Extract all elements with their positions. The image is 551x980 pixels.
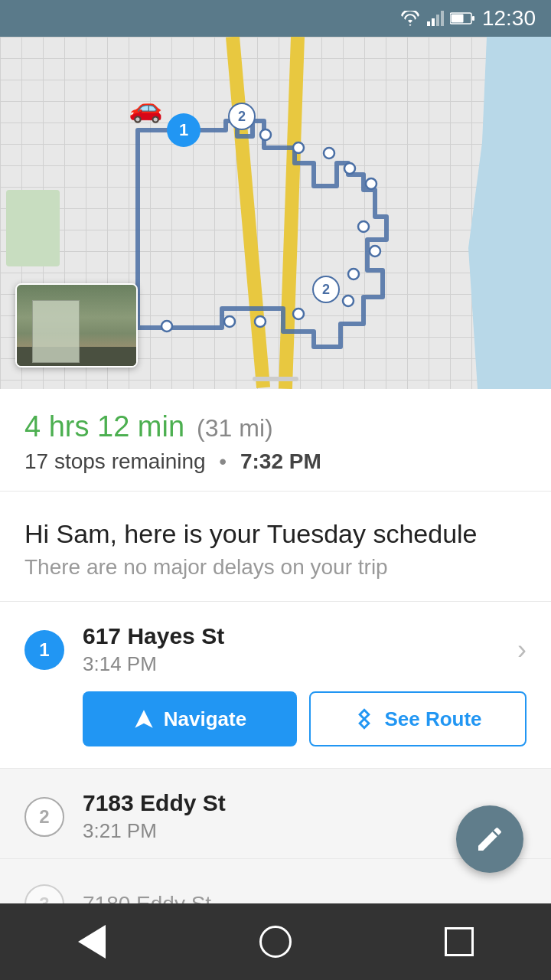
status-time: 12:30 bbox=[482, 6, 536, 31]
see-route-button[interactable]: See Route bbox=[309, 691, 527, 746]
battery-icon bbox=[450, 11, 474, 25]
trip-duration: 4 hrs 12 min bbox=[24, 410, 184, 443]
recent-nav-button[interactable] bbox=[436, 919, 482, 965]
svg-point-13 bbox=[370, 246, 380, 256]
stop-marker-2b: 2 bbox=[312, 276, 340, 303]
street-view-thumbnail[interactable] bbox=[15, 283, 138, 368]
back-nav-button[interactable] bbox=[69, 919, 115, 965]
stop-marker-1: 1 bbox=[167, 113, 201, 147]
svg-point-8 bbox=[293, 142, 304, 153]
trip-stops-row: 17 stops remaining • 7:32 PM bbox=[24, 449, 527, 474]
stop-address-2: 7183 Eddy St bbox=[83, 790, 527, 816]
svg-point-11 bbox=[366, 178, 377, 189]
navigate-arrow-icon bbox=[133, 708, 155, 730]
stop-actions-1: Navigate See Route bbox=[0, 691, 551, 768]
svg-point-18 bbox=[224, 316, 235, 327]
svg-rect-6 bbox=[472, 16, 474, 21]
trip-summary: 4 hrs 12 min (31 mi) 17 stops remaining … bbox=[0, 389, 551, 492]
see-route-label: See Route bbox=[384, 707, 481, 731]
svg-point-10 bbox=[344, 163, 355, 174]
stop-info-1: 617 Hayes St 3:14 PM bbox=[83, 623, 499, 676]
stop-badge-2: 2 bbox=[24, 797, 64, 837]
map-drag-handle[interactable] bbox=[253, 377, 298, 381]
svg-point-17 bbox=[255, 316, 266, 327]
wifi-icon bbox=[399, 11, 421, 26]
status-bar: 12:30 bbox=[0, 0, 551, 37]
trip-eta: 7:32 PM bbox=[240, 449, 321, 473]
stops-remaining-text: 17 stops remaining bbox=[24, 449, 206, 473]
svg-rect-2 bbox=[436, 15, 439, 26]
svg-point-9 bbox=[324, 148, 334, 158]
schedule-header: Hi Sam, here is your Tuesday schedule Th… bbox=[0, 492, 551, 602]
status-icons bbox=[399, 11, 474, 26]
stop-marker-2a: 2 bbox=[228, 103, 256, 130]
schedule-subtitle: There are no major delays on your trip bbox=[24, 555, 527, 580]
svg-point-12 bbox=[358, 221, 369, 232]
home-nav-button[interactable] bbox=[253, 919, 298, 965]
back-triangle-icon bbox=[78, 925, 106, 959]
route-diamond-icon bbox=[354, 708, 375, 730]
svg-rect-0 bbox=[427, 21, 430, 26]
car-icon: 🚗 bbox=[129, 92, 163, 124]
navigate-button[interactable]: Navigate bbox=[83, 691, 297, 746]
bottom-nav-bar bbox=[0, 903, 551, 980]
navigate-label: Navigate bbox=[164, 707, 246, 731]
signal-icon bbox=[427, 11, 444, 26]
stop-header-1[interactable]: 1 617 Hayes St 3:14 PM › bbox=[0, 602, 551, 691]
stop-address-1: 617 Hayes St bbox=[83, 623, 499, 649]
svg-point-16 bbox=[293, 309, 304, 319]
map-container[interactable]: 🚗 1 2 2 bbox=[0, 37, 551, 389]
fab-edit-button[interactable] bbox=[456, 805, 523, 873]
recent-square-icon bbox=[445, 927, 474, 956]
stop-item-1: 1 617 Hayes St 3:14 PM › Navigate See Ro… bbox=[0, 602, 551, 769]
trip-distance: (31 mi) bbox=[197, 414, 273, 443]
svg-rect-1 bbox=[432, 18, 435, 26]
stop-badge-1: 1 bbox=[24, 630, 64, 670]
home-circle-icon bbox=[259, 926, 292, 958]
schedule-greeting: Hi Sam, here is your Tuesday schedule bbox=[24, 519, 527, 549]
svg-rect-5 bbox=[451, 15, 463, 23]
svg-point-15 bbox=[343, 296, 354, 306]
map-background: 🚗 1 2 2 bbox=[0, 37, 551, 389]
svg-point-14 bbox=[348, 269, 359, 279]
svg-point-7 bbox=[260, 129, 271, 140]
svg-point-19 bbox=[161, 321, 172, 332]
trip-time-row: 4 hrs 12 min (31 mi) bbox=[24, 410, 527, 443]
stop-time-1: 3:14 PM bbox=[83, 652, 499, 676]
dot-separator: • bbox=[219, 449, 227, 473]
building-image bbox=[17, 285, 136, 366]
edit-icon bbox=[474, 824, 505, 854]
svg-rect-3 bbox=[441, 11, 444, 26]
chevron-right-icon-1[interactable]: › bbox=[517, 634, 527, 666]
street-view-image bbox=[17, 285, 136, 366]
